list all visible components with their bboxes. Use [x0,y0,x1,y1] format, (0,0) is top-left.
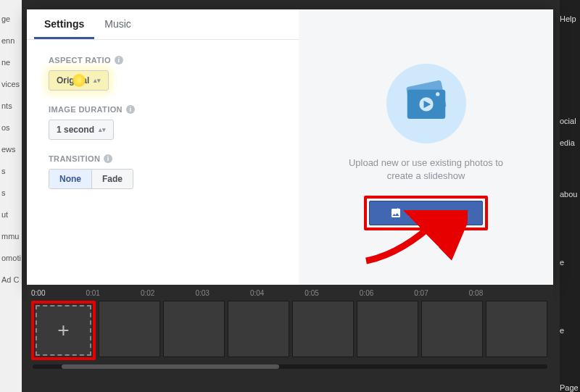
time-ruler: 0:000:010:02 0:030:040:05 0:060:070:08 [27,285,553,301]
aspect-ratio-select[interactable]: Original ▴▾ [49,70,109,91]
empty-frame[interactable] [486,301,547,357]
add-photo-icon [390,207,402,219]
empty-frame[interactable] [228,301,289,357]
add-frame-button[interactable]: + [36,305,91,356]
bg-right-strip: Help ocialedia abou e e Page [560,0,580,392]
info-icon[interactable]: i [104,154,112,163]
chevron-updown-icon: ▴▾ [99,126,106,133]
slideshow-graphic-icon [386,64,466,143]
empty-frame[interactable] [99,301,160,357]
svg-rect-6 [396,210,399,211]
tab-music[interactable]: Music [94,9,141,39]
tab-settings[interactable]: Settings [34,9,94,39]
annotation-highlight: + [31,301,96,360]
filmstrip-scrollbar[interactable] [33,364,547,369]
chevron-updown-icon: ▴▾ [94,77,101,84]
transition-none[interactable]: None [49,170,91,188]
empty-frame[interactable] [421,301,483,357]
empty-frame[interactable] [292,301,354,357]
svg-point-4 [436,92,439,96]
transition-label: TRANSITION i [49,154,277,163]
annotation-highlight: Add Photos [364,196,488,230]
empty-frame[interactable] [357,301,418,357]
bg-left-strip: geennne vicesntsos ewsss utmmuomoti Ad C [0,0,22,392]
info-icon[interactable]: i [126,105,135,114]
settings-panel: Settings Music ASPECT RATIO i Original ▴… [27,9,299,285]
image-duration-label: IMAGE DURATION i [49,105,277,114]
transition-fade[interactable]: Fade [91,170,133,188]
slideshow-modal: Settings Music ASPECT RATIO i Original ▴… [27,9,553,285]
timeline: 0:000:010:02 0:030:040:05 0:060:070:08 + [27,285,553,379]
upload-hint: Upload new or use existing photos to cre… [339,157,513,183]
aspect-ratio-label: ASPECT RATIO i [49,56,277,64]
image-duration-select[interactable]: 1 second ▴▾ [49,120,114,140]
filmstrip: + [27,301,553,360]
plus-icon: + [57,319,69,342]
add-photos-button[interactable]: Add Photos [369,201,483,225]
upload-panel: Upload new or use existing photos to cre… [299,9,553,285]
transition-toggle: None Fade [49,169,133,189]
info-icon[interactable]: i [115,56,123,64]
empty-frame[interactable] [163,301,225,357]
tab-bar: Settings Music [27,9,299,40]
